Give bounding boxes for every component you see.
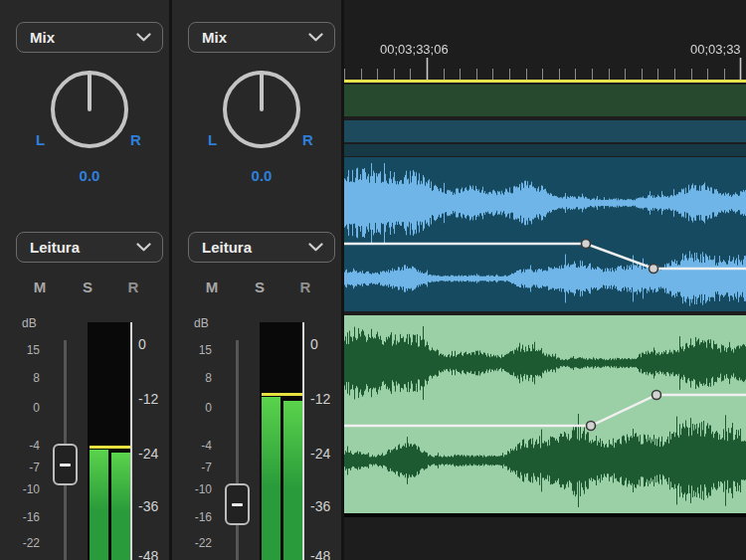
fader-scale-label: -7 xyxy=(29,461,40,474)
clip-bar[interactable] xyxy=(344,513,746,517)
meter-scale-label: 0 xyxy=(138,336,146,352)
timecode-label: 00;03;33;06 xyxy=(380,42,449,57)
fader-scale-label: -4 xyxy=(29,439,40,453)
meter-scale-label: -12 xyxy=(138,391,158,407)
fader-scale: 1580-4-7-10-16-22 xyxy=(0,0,44,560)
meter-scale-label: -36 xyxy=(310,498,330,514)
timecode-label: 00;03;33 xyxy=(690,42,741,57)
fader-grip-line xyxy=(232,503,243,506)
fader-handle[interactable] xyxy=(225,483,250,525)
clip-bar[interactable] xyxy=(344,85,746,116)
fader-scale-label: 0 xyxy=(205,401,212,415)
meter-scale: 0-12-24-36-48 xyxy=(138,0,169,560)
level-meter xyxy=(88,322,132,560)
meter-scale-label: -48 xyxy=(138,548,158,560)
meter-scale: 0-12-24-36-48 xyxy=(310,0,341,560)
clip-bar[interactable] xyxy=(344,144,746,156)
meter-fill xyxy=(111,453,130,560)
meter-scale-label: -12 xyxy=(310,391,330,407)
audio-clip-waveform[interactable] xyxy=(344,315,746,513)
fader-scale-label: -10 xyxy=(195,482,212,496)
solo-button[interactable]: S xyxy=(248,279,272,295)
fader-track[interactable] xyxy=(236,340,239,560)
fader-scale-label: -7 xyxy=(201,461,212,474)
fader-scale-label: 15 xyxy=(27,343,40,357)
fader-scale-label: -10 xyxy=(23,482,40,496)
premiere-audio-mixer-view: Mix L R 0.0 Leitura M S R dB 1580-4-7-10… xyxy=(0,0,746,560)
meter-scale-label: 0 xyxy=(310,336,318,352)
fader-scale-label: 8 xyxy=(33,371,40,385)
fader-scale-label: 8 xyxy=(205,371,212,385)
meter-bar-left xyxy=(262,322,280,560)
meter-fill xyxy=(262,397,280,560)
fader-scale-label: -16 xyxy=(195,510,212,524)
fader-scale-label: 15 xyxy=(199,343,212,357)
fader-scale: 1580-4-7-10-16-22 xyxy=(172,0,216,560)
pan-knob[interactable] xyxy=(42,62,137,157)
audio-clip-waveform[interactable] xyxy=(344,157,746,311)
pan-knob[interactable] xyxy=(214,62,309,157)
meter-bar-left xyxy=(90,322,108,560)
meter-bar-right xyxy=(283,322,302,560)
meter-scale-label: -24 xyxy=(310,446,330,462)
peak-indicator xyxy=(262,393,302,396)
meter-scale-label: -48 xyxy=(310,548,330,560)
fader-scale-label: -4 xyxy=(201,439,212,453)
fader-scale-label: -16 xyxy=(23,510,40,524)
work-area-bar xyxy=(344,80,746,83)
timeline-panel: 00;03;33;0600;03;33 xyxy=(344,0,746,560)
meter-bar-right xyxy=(111,322,130,560)
meter-scale-label: -36 xyxy=(138,498,158,514)
mixer-channel-strip-1: Mix L R 0.0 Leitura M S R dB 1580-4-7-10… xyxy=(0,0,169,560)
fader-scale-label: -22 xyxy=(23,536,40,550)
timeline-ruler[interactable] xyxy=(344,56,746,80)
level-meter xyxy=(260,322,304,560)
solo-button[interactable]: S xyxy=(76,279,99,295)
fader-scale-label: -22 xyxy=(195,536,212,550)
fader-handle[interactable] xyxy=(53,444,78,485)
fader-scale-label: 0 xyxy=(33,401,40,415)
meter-scale-label: -24 xyxy=(138,446,158,462)
peak-indicator xyxy=(90,446,130,449)
meter-fill xyxy=(90,450,108,560)
meter-fill xyxy=(283,401,302,560)
clip-bar[interactable] xyxy=(344,120,746,142)
mixer-channel-strip-2: Mix L R 0.0 Leitura M S R dB 1580-4-7-10… xyxy=(172,0,341,560)
fader-grip-line xyxy=(60,464,71,467)
